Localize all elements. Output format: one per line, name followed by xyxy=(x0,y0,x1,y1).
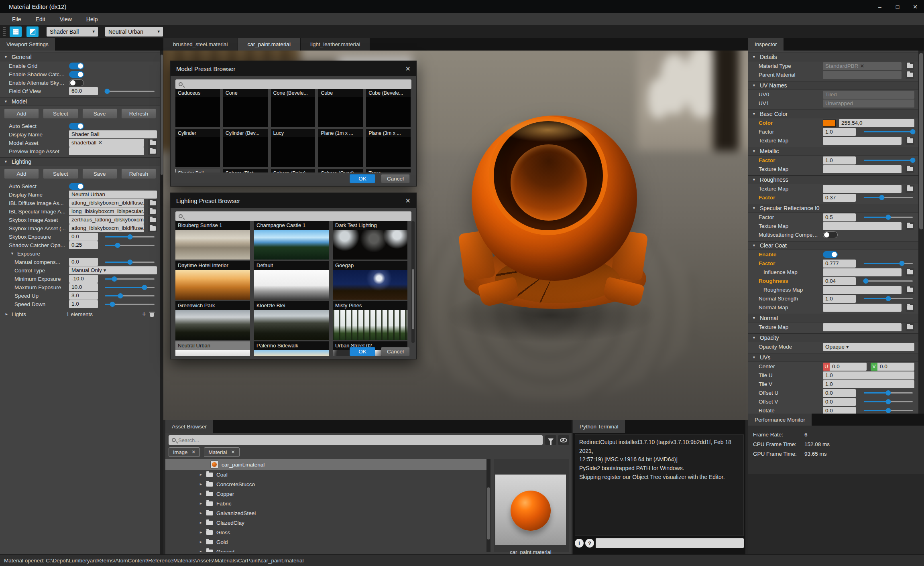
document-tab[interactable]: brushed_steel.material xyxy=(163,38,238,51)
rotate-slider[interactable] xyxy=(864,410,913,411)
skybox-alt-browse-button[interactable] xyxy=(148,224,157,232)
maximize-button[interactable]: □ xyxy=(889,0,906,13)
lighting-preset-item[interactable]: Greenwich Park xyxy=(175,301,250,341)
specular-texture-input[interactable] xyxy=(823,222,902,230)
model-preset-item[interactable]: Torus xyxy=(366,169,411,172)
visibility-button[interactable] xyxy=(558,435,569,445)
toolbar-grip[interactable] xyxy=(3,27,6,36)
lighting-preset-item[interactable]: Blouberg Sunrise 1 xyxy=(175,221,250,261)
lighting-action-button[interactable]: Save xyxy=(82,168,117,179)
tab-viewport-settings[interactable]: Viewport Settings xyxy=(0,38,55,51)
section-roughness[interactable]: ▼Roughness xyxy=(748,175,918,184)
model-preset-item[interactable]: Sphere (Quad) xyxy=(318,169,363,172)
metallic-factor-slider[interactable] xyxy=(864,160,913,161)
enable-shadow-catcher-toggle[interactable] xyxy=(69,71,84,78)
model-preset-icon[interactable]: ▦ xyxy=(10,26,22,37)
model-preset-search-input[interactable] xyxy=(185,81,408,87)
lighting-action-button[interactable]: Add xyxy=(4,168,39,179)
multiscattering-toggle[interactable] xyxy=(823,231,838,238)
section-normal[interactable]: ▼Normal xyxy=(748,314,918,323)
shader-ball-model[interactable] xyxy=(472,116,637,281)
asset-search-input[interactable] xyxy=(178,437,539,443)
parent-material-browse-button[interactable] xyxy=(906,71,914,79)
tile-u-input[interactable]: 1.0 xyxy=(823,371,914,379)
section-base-color[interactable]: ▼Base Color xyxy=(748,110,918,118)
base-color-swatch[interactable] xyxy=(823,120,836,127)
roughness-texture-browse-button[interactable] xyxy=(906,185,914,193)
lighting-preset-icon[interactable]: ◩ xyxy=(26,26,39,37)
folder-row[interactable]: ► Gold xyxy=(165,537,486,547)
lighting-preset-dropdown[interactable]: Neutral Urban ▾ xyxy=(105,27,163,37)
section-specular[interactable]: ▼Specular Reflectance f0 xyxy=(748,204,918,213)
clear-coat-roughness-slider[interactable] xyxy=(864,280,913,282)
terminal-output[interactable]: RedirectOutput installed3.7.10 (tags/v3.… xyxy=(575,434,744,536)
tile-v-input[interactable]: 1.0 xyxy=(823,380,914,388)
section-clear-coat[interactable]: ▼Clear Coat xyxy=(748,241,918,250)
minimum-exposure-input[interactable]: -10.0 xyxy=(69,275,98,283)
section-lighting[interactable]: ▼Lighting xyxy=(0,157,160,166)
enable-alternate-skybox-toggle[interactable] xyxy=(69,79,84,86)
folder-row[interactable]: ► Gloss xyxy=(165,527,486,537)
model-preset-item[interactable]: Cube (Bevele... xyxy=(366,89,411,129)
inspector-scrollbar[interactable] xyxy=(918,51,924,414)
section-metallic[interactable]: ▼Metallic xyxy=(748,147,918,156)
shadow-opacity-slider[interactable] xyxy=(105,245,155,246)
clear-coat-influence-browse-button[interactable] xyxy=(906,268,914,276)
terminal-command-input[interactable] xyxy=(596,538,744,548)
menu-item[interactable]: File xyxy=(6,14,28,24)
offset-v-input[interactable]: 0.0 xyxy=(823,398,856,406)
dialog-title-bar[interactable]: Lighting Preset Browser ✕ xyxy=(171,193,416,208)
folder-row[interactable]: ► Fabric xyxy=(165,499,486,508)
asset-tree-scrollbar[interactable] xyxy=(486,459,490,552)
model-preset-item[interactable]: Plane (1m x ... xyxy=(318,129,363,169)
model-preset-dropdown[interactable]: Shader Ball ▾ xyxy=(47,27,98,37)
manual-compensation-slider[interactable] xyxy=(105,262,155,263)
clear-coat-factor-input[interactable]: 0.777 xyxy=(823,260,856,268)
left-panel-scrollbar[interactable] xyxy=(160,51,163,554)
preview-image-asset-input[interactable] xyxy=(69,147,144,155)
manual-compensation-input[interactable]: 0.0 xyxy=(69,258,98,266)
model-preset-item[interactable]: Lucy xyxy=(271,129,315,169)
folder-row[interactable]: ► GlazedClay xyxy=(165,518,486,527)
model-action-button[interactable]: Save xyxy=(82,108,117,119)
model-preset-item[interactable]: Cone (Bevele... xyxy=(271,89,315,129)
specular-texture-browse-button[interactable] xyxy=(906,222,914,230)
section-uvs[interactable]: ▼UVs xyxy=(748,353,918,362)
metallic-factor-input[interactable]: 1.0 xyxy=(823,156,856,164)
metallic-texture-input[interactable] xyxy=(823,165,902,173)
section-opacity[interactable]: ▼Opacity xyxy=(748,333,918,342)
help-icon[interactable]: ? xyxy=(585,539,594,548)
lighting-preset-item[interactable]: Palermo Sidewalk xyxy=(254,341,329,357)
section-model[interactable]: ▼Model xyxy=(0,97,160,106)
maximum-exposure-slider[interactable] xyxy=(105,287,155,288)
speed-down-input[interactable]: 1.0 xyxy=(69,300,98,308)
document-tab[interactable]: light_leather.material xyxy=(301,38,370,51)
folder-row[interactable]: ► Ground xyxy=(165,547,486,552)
preview-image-browse-button[interactable] xyxy=(148,147,157,155)
document-tab[interactable]: car_paint.material xyxy=(238,38,301,51)
clear-coat-roughness-map-browse-button[interactable] xyxy=(906,286,914,294)
model-asset-input[interactable]: shaderball✕ xyxy=(69,139,144,147)
fov-input[interactable]: 60.0 xyxy=(69,87,98,95)
close-button[interactable]: ✕ xyxy=(906,0,924,13)
roughness-factor-slider[interactable] xyxy=(864,197,913,198)
specular-factor-slider[interactable] xyxy=(864,217,913,218)
close-icon[interactable]: ✕ xyxy=(405,65,411,73)
lighting-preset-item[interactable]: Misty Pines xyxy=(333,301,407,341)
base-color-factor-input[interactable]: 1.0 xyxy=(823,128,856,136)
model-action-button[interactable]: Add xyxy=(4,108,39,119)
fov-slider[interactable] xyxy=(105,91,155,92)
filter-chip[interactable]: Material✕ xyxy=(204,447,239,457)
clear-coat-normal-strength-slider[interactable] xyxy=(864,298,913,299)
section-uv-names[interactable]: ▼UV Names xyxy=(748,81,918,90)
roughness-factor-input[interactable]: 0.37 xyxy=(823,194,856,202)
lighting-action-button[interactable]: Refresh xyxy=(121,168,156,179)
close-icon[interactable]: ✕ xyxy=(405,197,411,205)
selected-asset-row[interactable]: car_paint.material xyxy=(165,459,486,470)
lighting-auto-select-toggle[interactable] xyxy=(69,183,84,190)
specular-factor-input[interactable]: 0.5 xyxy=(823,213,856,221)
lighting-preset-item[interactable]: Daytime Hotel Interior xyxy=(175,261,250,301)
base-color-texture-input[interactable] xyxy=(823,137,902,145)
minimize-button[interactable]: – xyxy=(871,0,889,13)
model-asset-browse-button[interactable] xyxy=(148,139,157,147)
